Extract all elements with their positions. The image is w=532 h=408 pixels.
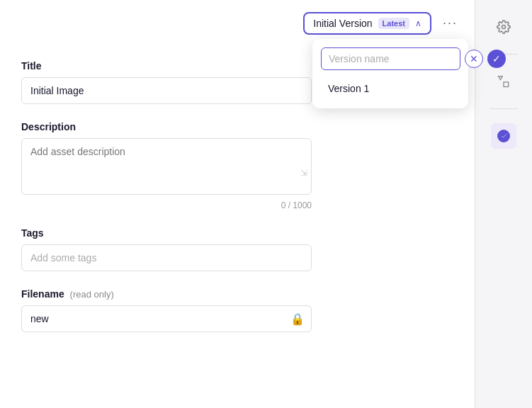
- lock-icon: 🔒: [290, 312, 305, 326]
- more-menu-button[interactable]: ···: [437, 13, 463, 33]
- version-clear-button[interactable]: ✕: [465, 50, 483, 68]
- version-confirm-button[interactable]: ✓: [487, 50, 506, 68]
- star-action-icon[interactable]: [491, 123, 516, 149]
- settings-icon[interactable]: [491, 14, 516, 40]
- description-label: Description: [21, 121, 453, 132]
- version-button[interactable]: Initial Version Latest ∧: [303, 12, 431, 35]
- version-search-input[interactable]: [321, 47, 460, 70]
- version-search-row: ✕ ✓: [321, 47, 460, 70]
- sidebar-divider-2: [489, 108, 518, 109]
- resize-handle-icon: ⇲: [300, 168, 307, 178]
- description-group: Description ⇲ 0 / 1000: [21, 121, 453, 210]
- tags-input[interactable]: [21, 244, 312, 271]
- filename-input: [21, 305, 312, 332]
- title-input[interactable]: [21, 77, 312, 104]
- tags-label: Tags: [21, 227, 453, 239]
- chevron-up-icon: ∧: [415, 18, 421, 28]
- tags-group: Tags: [21, 227, 453, 271]
- description-textarea[interactable]: [21, 138, 312, 195]
- filename-group: Filename (read only) 🔒: [21, 288, 453, 332]
- version-badge: Latest: [378, 18, 409, 29]
- version-dropdown: ✕ ✓ Version 1: [312, 39, 468, 108]
- char-count: 0 / 1000: [21, 200, 312, 210]
- description-wrapper: ⇲: [21, 138, 312, 198]
- svg-rect-2: [504, 82, 509, 87]
- shapes-icon[interactable]: [491, 69, 516, 94]
- filename-wrapper: 🔒: [21, 305, 312, 332]
- filename-label: Filename (read only): [21, 288, 453, 300]
- version-item[interactable]: Version 1: [321, 77, 460, 100]
- readonly-hint: (read only): [70, 289, 114, 300]
- version-label: Initial Version: [313, 18, 372, 29]
- svg-point-0: [502, 26, 506, 29]
